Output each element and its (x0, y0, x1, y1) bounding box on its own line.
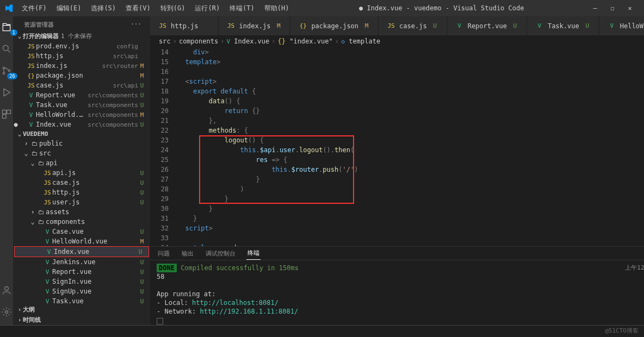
line-gutter: 1415161718192021222324252627282930313233… (150, 47, 177, 246)
svg-rect-5 (7, 110, 11, 114)
svg-point-7 (5, 286, 9, 290)
terminal-time: 上午12:36: (625, 264, 644, 272)
close-button[interactable]: ✕ (624, 4, 635, 12)
editor-tabs: JShttp.jsJSindex.jsM{}package.jsonMJScas… (150, 16, 644, 35)
terminal-output[interactable]: DONE Compiled successfully in 150ms 上午12… (150, 260, 644, 328)
terminal-tab[interactable]: 调试控制台 (205, 247, 237, 260)
files-badge: 1 (10, 29, 17, 36)
menu-item[interactable]: 查看(V) (121, 2, 155, 15)
extensions-icon[interactable] (0, 108, 13, 121)
file-item[interactable]: JSapi.jsU (13, 168, 150, 178)
outline-header[interactable]: ›大纲 (13, 304, 150, 315)
timeline-header[interactable]: ›时间线 (13, 315, 150, 325)
menu-item[interactable]: 运行(R) (190, 2, 224, 15)
window-controls: — ☐ ✕ (590, 4, 640, 12)
watermark: @51CTO博客 (605, 327, 639, 335)
svg-rect-4 (3, 110, 7, 114)
done-badge: DONE (157, 264, 177, 272)
terminal-tabs: 问题输出调试控制台终端+⌄^✕ (150, 247, 644, 260)
debug-icon[interactable] (0, 86, 13, 99)
file-item[interactable]: JScase.jsU (13, 178, 150, 188)
open-editor-item[interactable]: JShttp.jssrc\api (13, 51, 150, 61)
open-editor-item[interactable]: JSindex.jssrc\routerM (13, 61, 150, 71)
svg-point-0 (3, 45, 8, 51)
maximize-button[interactable]: ☐ (607, 4, 618, 12)
menu-item[interactable]: 转到(G) (156, 2, 190, 15)
sidebar: 资源管理器 ··· ⌄ 打开的编辑器 1 个未保存 JSprod.env.jsc… (13, 16, 150, 325)
editor-tab[interactable]: VReport.vueU (447, 16, 527, 35)
sidebar-title: 资源管理器 (24, 21, 54, 29)
file-item[interactable]: VSignUp.vueU (13, 286, 150, 296)
vscode-logo (4, 4, 13, 13)
folder-item[interactable]: ⌄🗀api (13, 158, 150, 168)
code-editor[interactable]: 1415161718192021222324252627282930313233… (150, 47, 644, 246)
scm-icon[interactable]: 26 (0, 64, 13, 77)
scm-badge: 26 (7, 73, 17, 79)
terminal-tab[interactable]: 终端 (246, 247, 261, 260)
open-editor-item[interactable]: VHelloWorld.vuesrc\componentsM (13, 110, 150, 120)
file-item[interactable]: VHelloWorld.vueM (13, 236, 150, 246)
menu-bar: 文件(F)编辑(E)选择(S)查看(V)转到(G)运行(R)终端(T)帮助(H) (17, 2, 294, 15)
file-item[interactable]: VCase.vueU (13, 227, 150, 236)
open-editors-header[interactable]: ⌄ 打开的编辑器 1 个未保存 (13, 31, 150, 41)
file-item[interactable]: VReport.vueU (13, 267, 150, 277)
breadcrumb-item[interactable]: src (159, 38, 171, 45)
file-item[interactable]: VTask.vueU (13, 296, 150, 304)
menu-item[interactable]: 终端(T) (225, 2, 259, 15)
open-editor-item[interactable]: JScase.jssrc\apiU (13, 80, 150, 90)
editor-tab[interactable]: VHelloWorld.vueM (599, 16, 644, 35)
svg-point-2 (3, 72, 4, 74)
menu-item[interactable]: 帮助(H) (260, 2, 294, 15)
file-item[interactable]: VJenkins.vueU (13, 257, 150, 267)
editor-tab[interactable]: JSindex.jsM (219, 16, 291, 35)
file-item[interactable]: VIndex.vueU (15, 247, 148, 257)
breadcrumb-item[interactable]: components (179, 38, 218, 45)
editor-tab[interactable]: VTask.vueU (527, 16, 599, 35)
menu-item[interactable]: 编辑(E) (52, 2, 86, 15)
editor-tab[interactable]: JShttp.js (150, 16, 219, 35)
titlebar: 文件(F)编辑(E)选择(S)查看(V)转到(G)运行(R)终端(T)帮助(H)… (0, 0, 644, 16)
menu-item[interactable]: 选择(S) (86, 2, 120, 15)
editor-area: JShttp.jsJSindex.jsM{}package.jsonMJScas… (150, 16, 644, 325)
open-editor-item[interactable]: ●VIndex.vuesrc\componentsU (13, 120, 150, 129)
editor-tab[interactable]: {}package.jsonM (290, 16, 379, 35)
svg-rect-6 (3, 115, 7, 118)
project-header[interactable]: ⌄ VUEDEMO (13, 129, 150, 139)
search-icon[interactable] (0, 42, 13, 55)
svg-point-8 (5, 311, 8, 314)
window-title: ● Index.vue - vuedemo - Visual Studio Co… (294, 4, 590, 12)
breadcrumb[interactable]: src›components›V Index.vue›{} "index.vue… (150, 35, 644, 47)
open-editor-item[interactable]: VReport.vuesrc\componentsU (13, 90, 150, 100)
terminal-tab[interactable]: 输出 (181, 247, 195, 260)
folder-item[interactable]: ⌄🗀src (13, 148, 150, 158)
editor-tab[interactable]: JScase.jsU (379, 16, 447, 35)
svg-point-1 (3, 67, 4, 68)
open-editor-item[interactable]: JSprod.env.jsconfig (13, 41, 150, 51)
file-item[interactable]: JSuser.jsU (13, 197, 150, 207)
file-item[interactable]: VSignIn.vueU (13, 277, 150, 286)
minimize-button[interactable]: — (590, 4, 600, 12)
terminal-panel: 问题输出调试控制台终端+⌄^✕ DONE Compiled successful… (150, 246, 644, 325)
open-editor-item[interactable]: VTask.vuesrc\componentsU (13, 100, 150, 110)
account-icon[interactable] (0, 284, 13, 297)
file-item[interactable]: JShttp.jsU (13, 188, 150, 197)
folder-item[interactable]: ›🗀assets (13, 207, 150, 217)
gear-icon[interactable] (0, 305, 13, 319)
open-editor-item[interactable]: {}package.jsonM (13, 71, 150, 80)
breadcrumb-item[interactable]: {} "index.vue" (278, 38, 333, 45)
explorer-icon[interactable]: 1 (0, 21, 13, 34)
folder-item[interactable]: ⌄🗀components (13, 217, 150, 227)
activity-bar: 1 26 (0, 16, 13, 325)
menu-item[interactable]: 文件(F) (17, 2, 51, 15)
sidebar-more-icon[interactable]: ··· (131, 21, 141, 29)
code-content[interactable]: div> template> <script> export default {… (177, 47, 644, 246)
breadcrumb-item[interactable]: V Index.vue (226, 38, 269, 45)
folder-item[interactable]: ›🗀public (13, 139, 150, 148)
terminal-tab[interactable]: 问题 (157, 247, 171, 260)
breadcrumb-item[interactable]: ◇ template (341, 38, 380, 45)
